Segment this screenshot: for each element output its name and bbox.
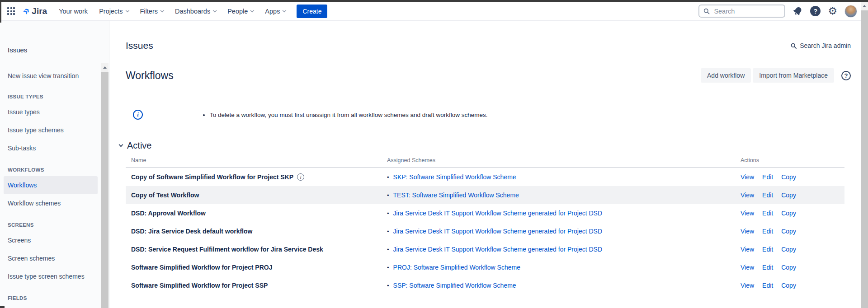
assigned-scheme-cell: •Jira Service Desk IT Support Workflow S… — [387, 228, 741, 235]
sidebar-section-issue-types: ISSUE TYPES — [8, 94, 109, 100]
edit-link[interactable]: Edit — [762, 191, 773, 199]
view-link[interactable]: View — [741, 191, 754, 199]
sidebar-item-screen-schemes[interactable]: Screen schemes — [0, 249, 109, 267]
sidebar-section-items: WorkflowsWorkflow schemes — [0, 176, 109, 212]
scrollbar-up-arrow[interactable] — [861, 2, 868, 10]
workflow-name: DSD: Jira Service Desk default workflow — [131, 228, 252, 235]
jira-logo[interactable]: » Jira — [23, 6, 47, 16]
edit-link[interactable]: Edit — [762, 228, 773, 235]
copy-link[interactable]: Copy — [781, 282, 796, 289]
sidebar-item-new-issue-view-transition[interactable]: New issue view transition — [0, 67, 109, 85]
sidebar-item-sub-tasks[interactable]: Sub-tasks — [0, 139, 109, 157]
sidebar-scrollbar-up-arrow[interactable] — [101, 63, 108, 71]
copy-link[interactable]: Copy — [781, 191, 796, 199]
assigned-scheme-link[interactable]: PROJ: Software Simplified Workflow Schem… — [393, 264, 520, 271]
sidebar-item-workflow-schemes[interactable]: Workflow schemes — [0, 194, 109, 212]
bullet-icon: • — [387, 174, 389, 181]
assigned-scheme-cell: •PROJ: Software Simplified Workflow Sche… — [387, 264, 741, 271]
edit-link[interactable]: Edit — [762, 173, 773, 181]
sidebar-item-workflows[interactable]: Workflows — [4, 176, 98, 194]
workflow-name-cell: Copy of Software Simplified Workflow for… — [126, 173, 387, 181]
sidebar-item-issue-type-screen-schemes[interactable]: Issue type screen schemes — [0, 267, 109, 285]
page-help-icon[interactable]: ? — [841, 71, 851, 80]
edit-link[interactable]: Edit — [762, 264, 773, 271]
sidebar-section-items: ScreensScreen schemesIssue type screen s… — [0, 231, 109, 285]
app-switcher-icon[interactable] — [7, 7, 15, 15]
workflow-name-cell: DSD: Approval Workflow — [126, 210, 387, 217]
table-row: Software Simplified Workflow for Project… — [126, 258, 844, 276]
nav-item-your-work[interactable]: Your work — [58, 6, 89, 17]
global-search-input[interactable]: Search — [698, 5, 785, 18]
view-link[interactable]: View — [741, 173, 754, 181]
bullet-icon: • — [387, 192, 389, 199]
table-header-row: Name Assigned Schemes Actions — [126, 157, 844, 168]
notifications-button[interactable] — [793, 6, 803, 16]
row-actions-cell: ViewEditCopy — [741, 264, 844, 271]
page-scrollbar[interactable] — [861, 2, 868, 308]
assigned-scheme-link[interactable]: SKP: Software Simplified Workflow Scheme — [393, 173, 516, 181]
assigned-scheme-link[interactable]: Jira Service Desk IT Support Workflow Sc… — [393, 210, 602, 217]
workflow-name: Software Simplified Workflow for Project… — [131, 264, 272, 271]
bell-icon — [791, 4, 805, 18]
sidebar-scrollbar[interactable] — [101, 63, 108, 308]
nav-item-projects[interactable]: Projects — [98, 6, 129, 17]
view-link[interactable]: View — [741, 210, 754, 217]
copy-link[interactable]: Copy — [781, 210, 796, 217]
sidebar-item-issue-types[interactable]: Issue types — [0, 103, 109, 121]
sidebar-nav: New issue view transitionISSUE TYPESIssu… — [0, 67, 109, 302]
assigned-scheme-cell: •Jira Service Desk IT Support Workflow S… — [387, 210, 741, 217]
help-button[interactable]: ? — [810, 6, 821, 16]
user-avatar[interactable] — [844, 5, 857, 18]
add-workflow-button[interactable]: Add workflow — [701, 68, 751, 83]
search-jira-admin-label: Search Jira admin — [800, 42, 851, 49]
nav-item-label: Filters — [140, 8, 158, 15]
workflow-name-cell: DSD: Service Request Fulfilment workflow… — [126, 246, 387, 253]
nav-item-filters[interactable]: Filters — [139, 6, 165, 17]
view-link[interactable]: View — [741, 282, 754, 289]
import-from-marketplace-button[interactable]: Import from Marketplace — [753, 68, 834, 83]
copy-link[interactable]: Copy — [781, 264, 796, 271]
info-icon[interactable]: i — [297, 173, 304, 181]
edit-link[interactable]: Edit — [762, 210, 773, 217]
view-link[interactable]: View — [741, 246, 754, 253]
sidebar-title: Issues — [8, 46, 109, 55]
table-row: DSD: Jira Service Desk default workflow•… — [126, 222, 844, 240]
assigned-scheme-link[interactable]: TEST: Software Simplified Workflow Schem… — [393, 191, 519, 199]
nav-item-label: People — [227, 8, 248, 15]
table-row: DSD: Service Request Fulfilment workflow… — [126, 240, 844, 258]
copy-link[interactable]: Copy — [781, 246, 796, 253]
page-title: Issues — [126, 40, 153, 51]
chevron-down-icon — [213, 8, 217, 12]
search-jira-admin-link[interactable]: Search Jira admin — [790, 42, 851, 49]
assigned-scheme-cell: •TEST: Software Simplified Workflow Sche… — [387, 191, 741, 199]
row-actions-cell: ViewEditCopy — [741, 228, 844, 235]
assigned-scheme-cell: •Jira Service Desk IT Support Workflow S… — [387, 246, 741, 253]
sidebar-section-workflows: WORKFLOWS — [8, 167, 109, 173]
create-button[interactable]: Create — [297, 5, 327, 18]
sidebar-item-issue-type-schemes[interactable]: Issue type schemes — [0, 121, 109, 139]
table-row: Copy of Test Workflow•TEST: Software Sim… — [126, 186, 844, 204]
nav-item-label: Projects — [99, 8, 123, 15]
scrollbar-thumb[interactable] — [861, 10, 868, 308]
assigned-scheme-link[interactable]: SSP: Software Simplified Workflow Scheme — [393, 282, 516, 289]
edit-link[interactable]: Edit — [762, 282, 773, 289]
active-section-title: Active — [127, 140, 151, 151]
nav-item-people[interactable]: People — [226, 6, 255, 17]
copy-link[interactable]: Copy — [781, 228, 796, 235]
assigned-scheme-link[interactable]: Jira Service Desk IT Support Workflow Sc… — [393, 246, 602, 253]
window-top-edge — [0, 0, 868, 2]
active-section-toggle[interactable]: Active — [119, 140, 851, 151]
settings-gear-icon[interactable]: ⚙ — [828, 6, 837, 16]
assigned-scheme-cell: •SKP: Software Simplified Workflow Schem… — [387, 173, 741, 181]
view-link[interactable]: View — [741, 264, 754, 271]
edit-link[interactable]: Edit — [762, 246, 773, 253]
nav-item-dashboards[interactable]: Dashboards — [174, 6, 217, 17]
sidebar-scrollbar-thumb[interactable] — [101, 72, 108, 308]
nav-item-apps[interactable]: Apps — [264, 6, 287, 17]
copy-link[interactable]: Copy — [781, 173, 796, 181]
assigned-scheme-link[interactable]: Jira Service Desk IT Support Workflow Sc… — [393, 228, 602, 235]
view-link[interactable]: View — [741, 228, 754, 235]
sidebar-item-screens[interactable]: Screens — [0, 231, 109, 249]
chevron-down-icon — [125, 8, 129, 12]
nav-item-label: Dashboards — [175, 8, 210, 15]
